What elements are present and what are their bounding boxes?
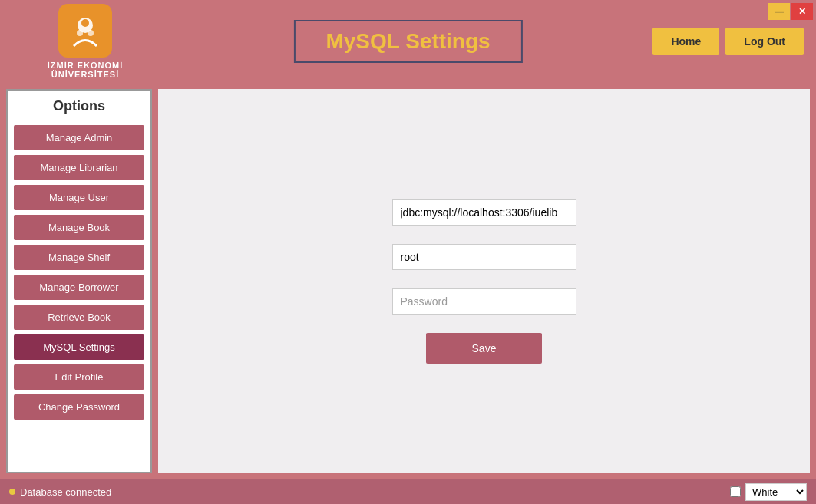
minimize-button[interactable]: — (768, 3, 790, 20)
db-username-input[interactable] (392, 244, 576, 270)
university-logo (58, 4, 112, 58)
svg-point-1 (81, 19, 89, 27)
sidebar-item-manage-user[interactable]: Manage User (14, 185, 144, 210)
sidebar-item-manage-librarian[interactable]: Manage Librarian (14, 155, 144, 180)
header-buttons: Home Log Out (652, 28, 804, 55)
sidebar: Options Manage Admin Manage Librarian Ma… (6, 89, 152, 473)
db-url-input[interactable] (392, 199, 576, 226)
theme-checkbox[interactable] (730, 486, 741, 497)
university-name: İZMİR EKONOMİ ÜNİVERSİTESİ (12, 61, 158, 79)
sidebar-item-manage-admin[interactable]: Manage Admin (14, 125, 144, 150)
main-area: Options Manage Admin Manage Librarian Ma… (0, 83, 816, 479)
sidebar-item-manage-shelf[interactable]: Manage Shelf (14, 245, 144, 270)
status-indicator (9, 489, 15, 495)
logo-area: İZMİR EKONOMİ ÜNİVERSİTESİ (12, 4, 158, 79)
sidebar-item-change-password[interactable]: Change Password (14, 394, 144, 420)
db-password-input[interactable] (392, 288, 576, 315)
page-title-box: MySQL Settings (293, 20, 522, 63)
content-area: Save (158, 89, 810, 473)
save-button[interactable]: Save (426, 333, 543, 364)
home-button[interactable]: Home (652, 28, 719, 55)
theme-dropdown[interactable]: White (745, 483, 807, 501)
header: İZMİR EKONOMİ ÜNİVERSİTESİ MySQL Setting… (0, 0, 816, 83)
status-text: Database connected (20, 486, 111, 498)
svg-point-3 (88, 30, 94, 36)
sidebar-item-manage-borrower[interactable]: Manage Borrower (14, 275, 144, 300)
close-button[interactable]: ✕ (791, 3, 813, 20)
titlebar: — ✕ (768, 0, 816, 20)
sidebar-item-edit-profile[interactable]: Edit Profile (14, 364, 144, 390)
sidebar-item-retrieve-book[interactable]: Retrieve Book (14, 305, 144, 330)
theme-selector: White (730, 483, 807, 501)
sidebar-item-manage-book[interactable]: Manage Book (14, 215, 144, 240)
status-area: Database connected (9, 486, 111, 498)
logout-button[interactable]: Log Out (725, 28, 804, 55)
sidebar-item-mysql-settings[interactable]: MySQL Settings (14, 334, 144, 360)
sidebar-title: Options (14, 98, 144, 114)
svg-point-2 (77, 30, 83, 36)
statusbar: Database connected White (0, 479, 816, 504)
page-title: MySQL Settings (325, 29, 490, 53)
